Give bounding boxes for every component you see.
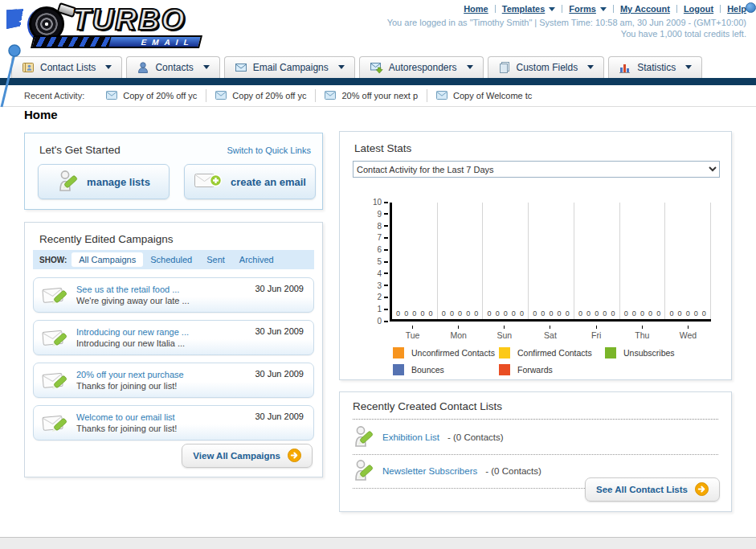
campaigns-filter-all-campaigns[interactable]: All Campaigns bbox=[72, 252, 143, 267]
envelope-pencil-icon bbox=[42, 367, 70, 394]
see-all-contact-lists-button[interactable]: See All Contact Lists bbox=[585, 477, 720, 502]
envelope-icon bbox=[436, 91, 447, 101]
contact-list-link[interactable]: Exhibition List bbox=[382, 432, 439, 442]
recent-activity-item[interactable]: 20% off your next p bbox=[316, 89, 427, 102]
campaigns-filter-tabs: All CampaignsScheduledSentArchived bbox=[72, 252, 280, 267]
chevron-down-icon bbox=[587, 65, 594, 69]
contact-list-count: - (0 Contacts) bbox=[447, 432, 504, 442]
chart-day-column: 00000 bbox=[574, 203, 620, 319]
chart-y-tick-mark bbox=[384, 285, 388, 286]
contact-list-link[interactable]: Newsletter Subscribers bbox=[382, 466, 477, 476]
chart-value-labels: 00000 bbox=[620, 309, 665, 318]
chart-day-column: 00000 bbox=[438, 203, 484, 319]
legend-swatch bbox=[499, 347, 510, 358]
chart-y-tick-label: 8 bbox=[377, 222, 382, 231]
header-links: HomeTemplatesFormsMy AccountLogoutHelp bbox=[464, 4, 746, 14]
recent-activity-item[interactable]: Copy of 20% off yc bbox=[97, 89, 206, 102]
header-link-separator bbox=[676, 5, 677, 13]
contact-list-item[interactable]: Exhibition List - (0 Contacts) bbox=[353, 421, 718, 455]
campaign-title-link[interactable]: 20% off your next purchase bbox=[76, 370, 184, 379]
campaign-list-item[interactable]: Welcome to our email listThanks for join… bbox=[33, 405, 314, 440]
chevron-down-icon bbox=[685, 65, 692, 69]
campaigns-filter-sent[interactable]: Sent bbox=[199, 252, 232, 267]
chart-value-label: 0 bbox=[656, 309, 660, 318]
campaign-list-item[interactable]: See us at the retail food ...We're givin… bbox=[33, 277, 314, 313]
recent-activity-item[interactable]: Copy of Welcome tc bbox=[427, 89, 541, 102]
chart-y-tick: 9 bbox=[351, 210, 388, 219]
recent-activity-item[interactable]: Copy of 20% off yc bbox=[206, 89, 316, 102]
email-campaigns-icon bbox=[235, 61, 247, 74]
chart-x-tick-mark bbox=[412, 326, 413, 329]
legend-swatch bbox=[499, 364, 510, 375]
switch-quick-links-link[interactable]: Switch to Quick Links bbox=[227, 145, 311, 155]
chart-value-label: 0 bbox=[520, 309, 524, 318]
nav-tab-contact-lists[interactable]: Contact Lists bbox=[11, 56, 122, 78]
header-link-separator bbox=[495, 5, 496, 13]
campaign-title-link[interactable]: See us at the retail food ... bbox=[76, 285, 179, 294]
header-link-templates[interactable]: Templates bbox=[502, 4, 556, 14]
nav-tab-autoresponders[interactable]: Autoresponders bbox=[359, 56, 484, 78]
chart-value-label: 0 bbox=[611, 309, 615, 318]
chart-day-column: 00000 bbox=[392, 203, 438, 319]
campaign-text: See us at the retail food ...We're givin… bbox=[76, 284, 190, 306]
nav-tab-email-campaigns[interactable]: Email Campaigns bbox=[224, 56, 355, 78]
campaign-date: 30 Jun 2009 bbox=[255, 412, 304, 421]
header-link-logout[interactable]: Logout bbox=[684, 4, 713, 14]
chart-y-tick-mark bbox=[384, 213, 388, 215]
campaigns-filter-archived[interactable]: Archived bbox=[232, 252, 281, 267]
campaign-title-link[interactable]: Introducing our new range ... bbox=[76, 327, 189, 337]
legend-label: Unconfirmed Contacts bbox=[411, 348, 495, 358]
chart-x-tick: Fri bbox=[574, 326, 619, 340]
campaigns-filter-scheduled[interactable]: Scheduled bbox=[143, 252, 199, 267]
chart-value-label: 0 bbox=[603, 309, 607, 318]
campaign-list-item[interactable]: Introducing our new range ...Introducing… bbox=[33, 320, 314, 355]
view-all-campaigns-button[interactable]: View All Campaigns bbox=[182, 444, 313, 468]
create-email-button[interactable]: create an email bbox=[184, 164, 316, 199]
legend-label: Confirmed Contacts bbox=[517, 348, 592, 358]
header-link-help[interactable]: Help bbox=[727, 4, 746, 14]
page-bottom-strip bbox=[0, 537, 756, 549]
nav-tab-contacts[interactable]: Contacts bbox=[126, 56, 219, 78]
chart-x-tick-label: Thu bbox=[619, 330, 665, 340]
header-link-home[interactable]: Home bbox=[464, 4, 488, 14]
recent-activity-bar: Recent Activity: Copy of 20% off ycCopy … bbox=[0, 85, 756, 107]
logo-stripes-icon bbox=[33, 37, 112, 47]
legend-swatch bbox=[605, 347, 616, 358]
chart-day-column: 00000 bbox=[483, 203, 529, 319]
nav-tab-label: Custom Fields bbox=[517, 62, 578, 73]
chevron-down-icon bbox=[105, 65, 112, 69]
chart-value-label: 0 bbox=[512, 309, 516, 318]
legend-label: Bounces bbox=[411, 365, 444, 375]
chart-y-tick: 2 bbox=[351, 293, 388, 301]
show-label: SHOW: bbox=[39, 256, 67, 264]
view-all-campaigns-label: View All Campaigns bbox=[193, 451, 280, 461]
manage-lists-label: manage lists bbox=[87, 176, 150, 188]
campaign-title-link[interactable]: Welcome to our email list bbox=[76, 412, 175, 422]
header-link-forms[interactable]: Forms bbox=[569, 4, 607, 14]
help-balloon-icon[interactable] bbox=[746, 2, 756, 13]
chart-x-tick: Tue bbox=[390, 326, 435, 340]
person-pencil-icon bbox=[353, 458, 374, 484]
stats-range-select[interactable]: Contact Activity for the Last 7 Days bbox=[353, 161, 720, 178]
legend-item-confirmed-contacts: Confirmed Contacts bbox=[499, 347, 605, 358]
nav-tab-label: Contact Lists bbox=[40, 62, 96, 73]
chart-x-tick-label: Fri bbox=[574, 330, 619, 340]
manage-lists-button[interactable]: manage lists bbox=[38, 164, 170, 199]
chart-y-tick: 10 bbox=[351, 198, 388, 207]
header-link-my-account[interactable]: My Account bbox=[620, 4, 670, 14]
chart-x-tick-mark bbox=[550, 326, 550, 329]
contact-lists-title: Recently Created Contact Lists bbox=[353, 400, 718, 420]
nav-tab-statistics[interactable]: Statistics bbox=[608, 56, 702, 78]
chart-y-tick-label: 1 bbox=[377, 305, 382, 313]
recent-activity-label: Recent Activity: bbox=[24, 91, 84, 100]
latest-stats-title: Latest Stats bbox=[354, 142, 411, 154]
nav-tab-custom-fields[interactable]: Custom Fields bbox=[488, 56, 605, 78]
campaign-list-item[interactable]: 20% off your next purchaseThanks for joi… bbox=[33, 363, 314, 398]
latest-stats-panel: Latest Stats Contact Activity for the La… bbox=[339, 131, 732, 380]
campaigns-filter-bar: SHOW: All CampaignsScheduledSentArchived bbox=[33, 250, 314, 269]
chart-x-tick-label: Tue bbox=[390, 330, 435, 340]
chart-day-column: 00000 bbox=[529, 203, 574, 319]
chart-x-tick: Wed bbox=[665, 326, 711, 340]
legend-item-unsubscribes: Unsubscribes bbox=[605, 347, 711, 358]
legend-label: Forwards bbox=[517, 365, 553, 375]
